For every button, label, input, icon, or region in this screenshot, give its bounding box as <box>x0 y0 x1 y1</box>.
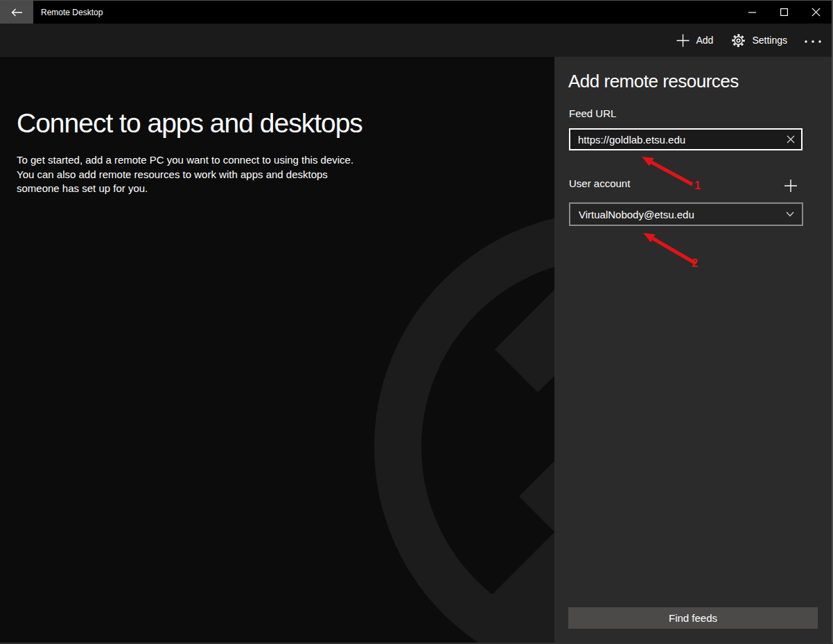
find-feeds-button[interactable]: Find feeds <box>568 607 818 629</box>
back-button[interactable] <box>0 1 33 24</box>
window-controls <box>736 1 832 24</box>
user-account-dropdown[interactable]: VirtualNobody@etsu.edu <box>569 202 803 226</box>
plus-icon <box>784 179 798 193</box>
minimize-icon <box>748 12 756 13</box>
add-button-label: Add <box>696 35 713 46</box>
close-button[interactable] <box>800 1 832 24</box>
chevron-down-icon <box>778 204 802 225</box>
settings-button-label: Settings <box>752 35 787 46</box>
feed-url-input[interactable]: https://goldlab.etsu.edu <box>569 128 803 150</box>
arrow-left-icon <box>11 8 23 17</box>
gear-icon <box>731 33 746 48</box>
titlebar[interactable]: Remote Desktop <box>0 0 833 24</box>
plus-icon <box>676 34 690 47</box>
more-options-button[interactable] <box>804 37 822 44</box>
window-top-border <box>0 0 833 1</box>
window-title: Remote Desktop <box>41 0 103 24</box>
find-feeds-label: Find feeds <box>669 612 717 624</box>
maximize-button[interactable] <box>768 1 800 24</box>
ellipsis-icon <box>804 40 822 44</box>
x-icon <box>787 135 795 143</box>
description-line: You can also add remote resources to wor… <box>17 168 353 182</box>
feed-url-value[interactable]: https://goldlab.etsu.edu <box>570 134 780 146</box>
user-account-value: VirtualNobody@etsu.edu <box>570 209 778 220</box>
feed-url-label: Feed URL <box>569 107 616 119</box>
close-icon <box>812 8 821 17</box>
add-button[interactable]: Add <box>676 34 713 47</box>
remote-desktop-logo-watermark <box>0 57 554 644</box>
description-line: To get started, add a remote PC you want… <box>17 153 353 168</box>
user-account-label: User account <box>569 177 630 189</box>
maximize-icon <box>780 8 788 16</box>
add-remote-resources-panel: Add remote resources Feed URL https://go… <box>554 52 832 644</box>
clear-feed-url-button[interactable] <box>780 130 801 149</box>
connection-center-main: Connect to apps and desktops To get star… <box>0 57 554 644</box>
description-line: someone has set up for you. <box>17 182 353 196</box>
panel-title: Add remote resources <box>568 71 739 92</box>
settings-button[interactable]: Settings <box>731 33 787 48</box>
add-user-account-button[interactable] <box>782 178 800 193</box>
minimize-button[interactable] <box>736 1 768 24</box>
app-toolbar: Add Settings <box>0 24 833 57</box>
page-description: To get started, add a remote PC you want… <box>17 153 353 196</box>
page-title: Connect to apps and desktops <box>17 108 362 139</box>
remote-desktop-window: Connect to apps and desktops To get star… <box>0 0 833 644</box>
